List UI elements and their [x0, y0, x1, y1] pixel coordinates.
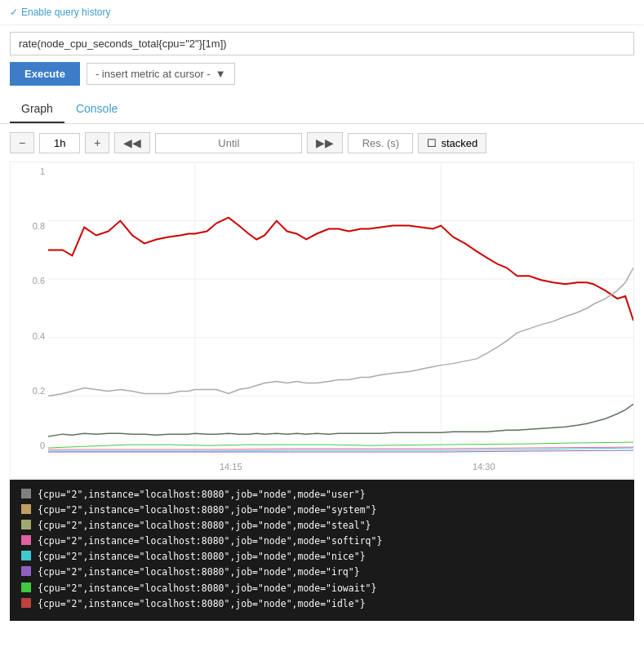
legend-color-irq — [21, 566, 31, 576]
legend-item-iowait: {cpu="2",instance="localhost:8080",job="… — [21, 582, 623, 595]
legend-color-steal — [21, 520, 31, 529]
legend-color-softirq — [21, 535, 31, 545]
zoom-in-button[interactable]: + — [85, 132, 109, 153]
legend-color-idle — [21, 598, 31, 608]
legend-color-iowait — [21, 582, 31, 592]
metric-selector[interactable]: - insert metric at cursor - ▼ — [87, 63, 235, 85]
y-label-1: 1 — [11, 166, 45, 176]
legend-item-system: {cpu="2",instance="localhost:8080",job="… — [21, 503, 623, 516]
fast-fwd-button[interactable]: ▶▶ — [307, 132, 343, 153]
tab-bar: Graph Console — [0, 95, 644, 124]
until-input[interactable] — [155, 133, 302, 153]
legend-text-system: {cpu="2",instance="localhost:8080",job="… — [38, 503, 376, 516]
resolution-input[interactable] — [348, 133, 413, 153]
y-label-06: 0.6 — [11, 276, 45, 286]
legend-item-nice: {cpu="2",instance="localhost:8080",job="… — [21, 550, 623, 563]
legend-item-idle: {cpu="2",instance="localhost:8080",job="… — [21, 597, 623, 610]
x-label-1415: 14:15 — [220, 462, 242, 472]
y-label-08: 0.8 — [11, 221, 45, 231]
query-input[interactable]: rate(node_cpu_seconds_total{cpu="2"}[1m]… — [10, 32, 634, 55]
y-label-02: 0.2 — [11, 386, 45, 396]
zoom-out-button[interactable]: − — [10, 132, 34, 153]
tab-console[interactable]: Console — [64, 95, 129, 123]
time-range-input[interactable] — [39, 133, 80, 153]
chart-area: 1 0.8 0.6 0.4 0.2 0 — [10, 162, 634, 480]
y-label-0: 0 — [11, 441, 45, 450]
legend-item-steal: {cpu="2",instance="localhost:8080",job="… — [21, 519, 623, 532]
legend-color-system — [21, 504, 31, 514]
fast-back-button[interactable]: ◀◀ — [114, 132, 150, 153]
stacked-icon: ☐ — [427, 137, 437, 149]
enable-history-link[interactable]: Enable query history — [10, 7, 634, 18]
y-label-04: 0.4 — [11, 331, 45, 341]
tab-graph[interactable]: Graph — [10, 95, 64, 123]
execute-button[interactable]: Execute — [10, 62, 80, 86]
legend-box: {cpu="2",instance="localhost:8080",job="… — [10, 480, 634, 621]
legend-text-steal: {cpu="2",instance="localhost:8080",job="… — [38, 519, 371, 532]
x-label-1430: 14:30 — [473, 462, 495, 472]
top-bar: Enable query history — [0, 0, 644, 25]
metric-placeholder-text: - insert metric at cursor - — [95, 68, 211, 80]
stacked-button[interactable]: ☐ stacked — [418, 133, 486, 153]
legend-text-user: {cpu="2",instance="localhost:8080",job="… — [38, 488, 366, 501]
metric-dropdown-arrow: ▼ — [215, 68, 226, 80]
legend-text-iowait: {cpu="2",instance="localhost:8080",job="… — [38, 582, 376, 595]
legend-color-nice — [21, 551, 31, 560]
legend-item-irq: {cpu="2",instance="localhost:8080",job="… — [21, 565, 623, 578]
legend-text-nice: {cpu="2",instance="localhost:8080",job="… — [38, 550, 366, 563]
graph-controls: − + ◀◀ ▶▶ ☐ stacked — [0, 124, 644, 162]
action-bar: Execute - insert metric at cursor - ▼ — [0, 55, 644, 92]
chart-svg — [48, 162, 633, 454]
legend-item-softirq: {cpu="2",instance="localhost:8080",job="… — [21, 534, 623, 547]
y-axis: 1 0.8 0.6 0.4 0.2 0 — [11, 162, 48, 454]
legend-text-irq: {cpu="2",instance="localhost:8080",job="… — [38, 565, 360, 578]
chart-inner — [48, 162, 633, 454]
legend-item-user: {cpu="2",instance="localhost:8080",job="… — [21, 488, 623, 501]
legend-text-idle: {cpu="2",instance="localhost:8080",job="… — [38, 597, 366, 610]
stacked-label: stacked — [441, 137, 477, 149]
x-axis: 14:15 14:30 — [48, 454, 633, 479]
legend-color-user — [21, 489, 31, 498]
legend-text-softirq: {cpu="2",instance="localhost:8080",job="… — [38, 534, 382, 547]
